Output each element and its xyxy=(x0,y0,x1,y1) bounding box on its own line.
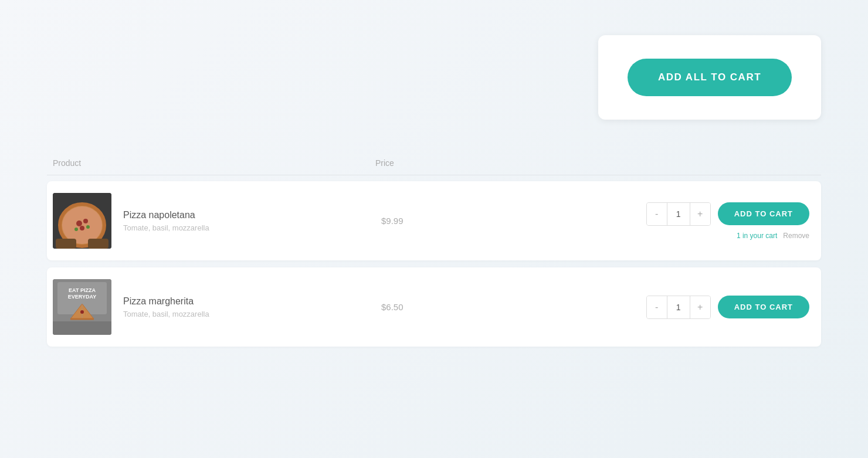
table-row: EAT PIZZA EVERYDAY Pizza marg xyxy=(47,267,821,347)
table-row: Pizza napoletana Tomate, basil, mozzarel… xyxy=(47,181,821,260)
quantity-decrease-button[interactable]: - xyxy=(647,296,667,318)
in-cart-text: 1 in your cart xyxy=(737,232,777,240)
svg-point-6 xyxy=(80,226,84,230)
svg-rect-11 xyxy=(56,239,76,249)
product-actions-wrapper: - + ADD TO CART xyxy=(646,296,809,319)
svg-point-8 xyxy=(86,225,90,229)
product-info: EAT PIZZA EVERYDAY Pizza marg xyxy=(53,279,381,335)
remove-button[interactable]: Remove xyxy=(783,232,809,240)
add-all-card: ADD ALL TO CART xyxy=(598,35,821,120)
product-name: Pizza margherita xyxy=(123,296,209,307)
svg-text:EAT PIZZA: EAT PIZZA xyxy=(69,287,96,293)
product-image-margherita: EAT PIZZA EVERYDAY xyxy=(53,279,111,335)
svg-point-19 xyxy=(80,310,84,314)
svg-text:EVERYDAY: EVERYDAY xyxy=(68,294,96,300)
product-price: $6.50 xyxy=(381,302,499,312)
add-to-cart-button[interactable]: ADD TO CART xyxy=(718,202,809,225)
svg-point-7 xyxy=(74,228,78,231)
product-description: Tomate, basil, mozzarella xyxy=(123,310,209,318)
column-header-price: Price xyxy=(375,158,493,168)
column-header-product: Product xyxy=(47,158,375,168)
main-content: ADD ALL TO CART Product Price xyxy=(47,35,821,354)
add-all-to-cart-button[interactable]: ADD ALL TO CART xyxy=(628,59,792,96)
svg-point-4 xyxy=(76,220,82,226)
quantity-input[interactable] xyxy=(667,203,690,225)
product-actions: - + ADD TO CART 1 in your cart Remove xyxy=(499,202,815,240)
page-container: ADD ALL TO CART Product Price xyxy=(0,0,868,458)
product-info: Pizza napoletana Tomate, basil, mozzarel… xyxy=(53,193,381,249)
product-actions: - + ADD TO CART xyxy=(499,296,815,319)
product-price: $9.99 xyxy=(381,216,499,226)
svg-rect-21 xyxy=(53,321,111,335)
product-actions-wrapper: - + ADD TO CART 1 in your cart Remove xyxy=(646,202,809,240)
product-text: Pizza napoletana Tomate, basil, mozzarel… xyxy=(123,210,209,232)
cart-status: 1 in your cart Remove xyxy=(737,232,809,240)
quantity-increase-button[interactable]: + xyxy=(690,296,710,318)
svg-point-5 xyxy=(83,219,88,223)
top-bar: ADD ALL TO CART xyxy=(47,35,821,137)
product-description: Tomate, basil, mozzarella xyxy=(123,223,209,232)
svg-point-2 xyxy=(62,206,102,244)
product-image-napoletana xyxy=(53,193,111,249)
add-to-cart-button[interactable]: ADD TO CART xyxy=(718,296,809,318)
quantity-input[interactable] xyxy=(667,296,690,318)
product-name: Pizza napoletana xyxy=(123,210,209,220)
quantity-decrease-button[interactable]: - xyxy=(647,203,667,225)
table-header: Product Price xyxy=(47,151,821,175)
product-text: Pizza margherita Tomate, basil, mozzarel… xyxy=(123,296,209,318)
quantity-stepper: - + xyxy=(646,296,711,319)
svg-rect-12 xyxy=(88,239,108,249)
product-list: Pizza napoletana Tomate, basil, mozzarel… xyxy=(47,181,821,347)
quantity-stepper: - + xyxy=(646,202,711,226)
quantity-increase-button[interactable]: + xyxy=(690,203,710,225)
